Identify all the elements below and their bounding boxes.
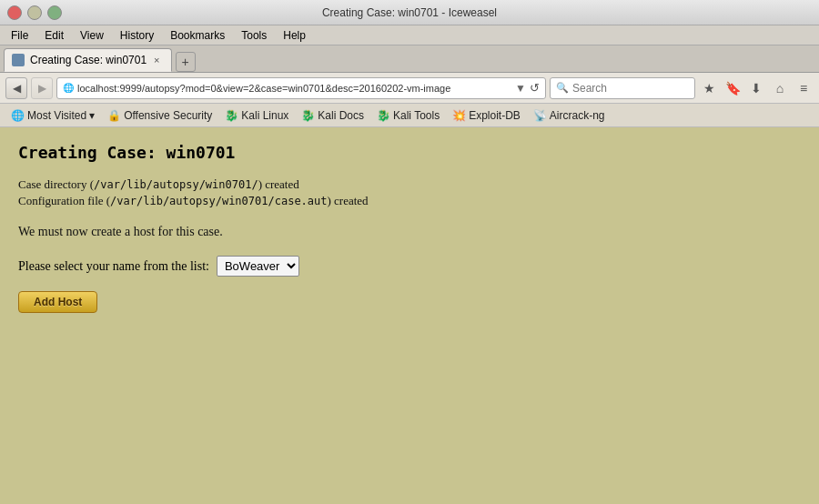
case-directory-line: Case directory (/var/lib/autopsy/win0701… xyxy=(18,177,801,192)
kali-tools-label: Kali Tools xyxy=(393,109,440,122)
menu-help[interactable]: Help xyxy=(276,27,313,44)
menu-bookmarks[interactable]: Bookmarks xyxy=(163,27,232,44)
tab-favicon xyxy=(12,54,25,66)
offensive-security-label: Offensive Security xyxy=(124,109,212,122)
tab-close-button[interactable]: × xyxy=(152,55,161,66)
offensive-security-icon: 🔒 xyxy=(107,109,121,122)
bookmarks-bar: 🌐 Most Visited ▾ 🔒 Offensive Security 🐉 … xyxy=(0,104,819,127)
exploit-db-icon: 💥 xyxy=(452,109,466,122)
forward-button[interactable]: ▶ xyxy=(31,77,53,99)
bookmark-page-button[interactable]: 🔖 xyxy=(723,78,743,98)
config-file-line: Configuration file (/var/lib/autopsy/win… xyxy=(18,194,801,208)
search-input[interactable] xyxy=(572,82,689,95)
tabbar: Creating Case: win0701 × + xyxy=(0,45,819,73)
active-tab[interactable]: Creating Case: win0701 × xyxy=(4,48,172,72)
kali-docs-icon: 🐉 xyxy=(301,109,315,122)
menu-tools[interactable]: Tools xyxy=(234,27,274,44)
name-select[interactable]: BoWeaver xyxy=(217,256,299,277)
minimize-button[interactable] xyxy=(27,5,42,20)
reload-button[interactable]: ▼ xyxy=(515,82,526,95)
add-host-button[interactable]: Add Host xyxy=(18,291,97,313)
bookmark-star-button[interactable]: ★ xyxy=(699,78,719,98)
new-tab-button[interactable]: + xyxy=(176,52,196,72)
download-button[interactable]: ⬇ xyxy=(746,78,766,98)
aircrack-ng-icon: 📡 xyxy=(533,109,547,122)
reload-icon[interactable]: ↺ xyxy=(530,81,540,95)
tab-label: Creating Case: win0701 xyxy=(30,54,147,66)
bookmark-kali-linux[interactable]: 🐉 Kali Linux xyxy=(219,107,294,124)
window-title: Creating Case: win0701 - Iceweasel xyxy=(62,6,757,19)
back-icon: ◀ xyxy=(13,82,21,95)
navbar: ◀ ▶ 🌐 localhost:9999/autopsy?mod=0&view=… xyxy=(0,73,819,104)
forward-icon: ▶ xyxy=(38,82,46,95)
titlebar-controls xyxy=(7,5,62,20)
select-name-row: Please select your name from the list: B… xyxy=(18,256,801,277)
select-label: Please select your name from the list: xyxy=(18,259,209,274)
bookmark-most-visited[interactable]: 🌐 Most Visited ▾ xyxy=(5,107,100,124)
back-button[interactable]: ◀ xyxy=(5,77,27,99)
most-visited-label: Most Visited xyxy=(27,109,86,122)
aircrack-ng-label: Aircrack-ng xyxy=(550,109,605,122)
most-visited-icon: 🌐 xyxy=(11,109,25,122)
main-content: Creating Case: win0701 Case directory (/… xyxy=(0,127,819,504)
kali-linux-icon: 🐉 xyxy=(225,109,238,122)
menu-view[interactable]: View xyxy=(73,27,111,44)
config-file-path: /var/lib/autopsy/win0701/case.aut xyxy=(110,195,327,207)
menu-file[interactable]: File xyxy=(4,27,35,44)
address-bar[interactable]: 🌐 localhost:9999/autopsy?mod=0&view=2&ca… xyxy=(56,77,546,99)
case-dir-path: /var/lib/autopsy/win0701/ xyxy=(94,178,258,191)
menu-edit[interactable]: Edit xyxy=(37,27,71,44)
bookmark-aircrack-ng[interactable]: 📡 Aircrack-ng xyxy=(528,107,611,124)
page-title-case: win0701 xyxy=(167,143,236,162)
close-button[interactable] xyxy=(7,5,22,20)
maximize-button[interactable] xyxy=(47,5,62,20)
page-title-prefix: Creating Case: xyxy=(18,143,167,162)
create-host-message: We must now create a host for this case. xyxy=(18,225,801,239)
most-visited-arrow: ▾ xyxy=(89,109,95,122)
home-button[interactable]: ⌂ xyxy=(770,78,790,98)
page-title: Creating Case: win0701 xyxy=(18,142,801,163)
menu-button[interactable]: ≡ xyxy=(794,78,814,98)
case-dir-prefix: Case directory ( xyxy=(18,177,94,191)
kali-tools-icon: 🐉 xyxy=(377,109,390,122)
bookmark-exploit-db[interactable]: 💥 Exploit-DB xyxy=(447,107,526,124)
bookmark-kali-docs[interactable]: 🐉 Kali Docs xyxy=(296,107,369,124)
kali-linux-label: Kali Linux xyxy=(241,109,288,122)
menubar: File Edit View History Bookmarks Tools H… xyxy=(0,25,819,45)
bookmark-offensive-security[interactable]: 🔒 Offensive Security xyxy=(102,107,217,124)
kali-docs-label: Kali Docs xyxy=(318,109,364,122)
titlebar: Creating Case: win0701 - Iceweasel xyxy=(0,0,819,25)
bookmark-kali-tools[interactable]: 🐉 Kali Tools xyxy=(371,107,445,124)
exploit-db-label: Exploit-DB xyxy=(469,109,521,122)
config-file-suffix: ) created xyxy=(328,194,369,207)
search-icon: 🔍 xyxy=(556,82,569,94)
menu-history[interactable]: History xyxy=(113,27,161,44)
search-box[interactable]: 🔍 xyxy=(550,77,695,99)
config-file-prefix: Configuration file ( xyxy=(18,194,110,207)
address-text: localhost:9999/autopsy?mod=0&view=2&case… xyxy=(77,83,511,94)
case-dir-suffix: ) created xyxy=(258,177,299,191)
address-lock-icon: 🌐 xyxy=(63,83,74,93)
